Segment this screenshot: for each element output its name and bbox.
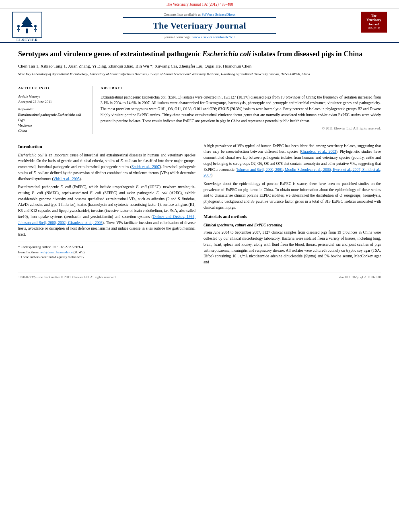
abstract-header: ABSTRACT <box>101 86 381 91</box>
email-label: E-mail address: <box>18 250 40 254</box>
authors: Chen Tan 1, Xibiao Tang 1, Xuan Zhang, Y… <box>18 63 381 70</box>
history-label: Article history: <box>18 94 87 99</box>
journal-title-area: Contents lists available at SciVerse Sci… <box>123 12 276 39</box>
copyright-line: © 2011 Elsevier Ltd. All rights reserved… <box>101 126 381 130</box>
keywords-label: Keywords: <box>18 107 87 111</box>
methods-para: From June 2004 to September 2007, 3127 c… <box>204 230 381 265</box>
history-value: Accepted 22 June 2011 <box>18 100 87 104</box>
sciverse-line: Contents lists available at SciVerse Sci… <box>123 12 276 16</box>
abstract-col: ABSTRACT Extraintestinal pathogenic Esch… <box>101 86 381 134</box>
intro-para1: Escherichia coli is an important cause o… <box>18 152 195 182</box>
journal-citation: The Veterinary Journal 192 (2012) 483–48… <box>0 0 399 8</box>
keyword-1: Extraintestinal pathogenic Escherichia c… <box>18 112 87 118</box>
email-person: (B. Wu). <box>74 250 85 254</box>
left-body-col: Introduction Escherichia coli is an impo… <box>18 143 195 268</box>
doi-info: doi:10.1016/j.tvjl.2011.06.038 <box>339 275 381 279</box>
svg-point-4 <box>17 25 20 27</box>
vet-journal-logo: The Veterinary Journal 192 (2012) <box>361 12 387 33</box>
intro-para2: Extraintestinal pathogenic E. coli (ExPE… <box>18 184 195 237</box>
footnote-corresponding: * Corresponding author. Tel.: +86 27 872… <box>18 244 195 250</box>
article-info-col: ARTICLE INFO Article history: Accepted 2… <box>18 86 93 134</box>
methods-title: Materials and methods <box>204 213 381 220</box>
author-list: Chen Tan 1, Xibiao Tang 1, Xuan Zhang, Y… <box>18 64 251 68</box>
bottom-bar: 1090-0233/$ - see front matter © 2011 El… <box>18 273 381 279</box>
homepage-link[interactable]: www.elsevier.com/locate/tvjl <box>192 35 234 39</box>
keyword-2: Pigs <box>18 117 87 123</box>
citation-text: The Veterinary Journal 192 (2012) 483–48… <box>166 2 233 6</box>
vj-logo-line2: Veterinary <box>364 18 384 22</box>
keyword-3: Virulence <box>18 123 87 129</box>
vj-logo-line3: Journal <box>364 23 384 27</box>
body-columns: Introduction Escherichia coli is an impo… <box>18 143 381 268</box>
vj-logo-line1: The <box>364 14 384 18</box>
homepage-line: journal homepage: www.elsevier.com/locat… <box>123 35 276 39</box>
article-title: Serotypes and virulence genes of extrain… <box>18 49 381 59</box>
keywords-values: Extraintestinal pathogenic Escherichia c… <box>18 112 87 134</box>
vet-journal-logo-area: The Veterinary Journal 192 (2012) <box>361 12 387 33</box>
journal-header: ELSEVIER Contents lists available at Sci… <box>0 8 399 43</box>
right-para2: Knowledge about the epidemiology of porc… <box>204 181 381 211</box>
clinical-subtitle: Clinical specimens, culture and ExPEC sc… <box>204 222 381 228</box>
page-container: The Veterinary Journal 192 (2012) 483–48… <box>0 0 399 532</box>
affiliation-text: State Key Laboratory of Agricultural Mic… <box>18 72 310 76</box>
abstract-text: Extraintestinal pathogenic Escherichia c… <box>101 94 381 124</box>
elsevier-text: ELSEVIER <box>12 38 42 42</box>
info-abstract-section: ARTICLE INFO Article history: Accepted 2… <box>18 86 381 134</box>
title-part1: Serotypes and virulence genes of extrain… <box>18 50 202 58</box>
svg-point-8 <box>34 25 37 27</box>
affiliation: State Key Laboratory of Agricultural Mic… <box>18 72 381 81</box>
sciverse-link[interactable]: SciVerse ScienceDirect <box>202 12 235 16</box>
main-content: Serotypes and virulence genes of extrain… <box>0 43 399 285</box>
homepage-prefix: journal homepage: <box>165 35 192 39</box>
issn-info: 1090-0233/$ - see front matter © 2011 El… <box>18 275 116 279</box>
svg-rect-1 <box>26 29 28 33</box>
article-info-header: ARTICLE INFO <box>18 86 87 91</box>
elsevier-logo-area: ELSEVIER <box>12 12 42 42</box>
title-part2: isolates from diseased pigs in China <box>251 50 363 58</box>
footnote-equal-contrib: 1 These authors contributed equally to t… <box>18 255 195 260</box>
right-para1: A high prevalence of VFs typical of huma… <box>204 143 381 179</box>
title-italic: Escherichia coli <box>202 50 251 58</box>
intro-title: Introduction <box>18 143 195 150</box>
email-link[interactable]: wub@mail.hzau.edu.cn <box>40 250 72 254</box>
elsevier-tree-icon <box>12 12 42 38</box>
keyword-4: China <box>18 128 87 134</box>
section-divider <box>18 139 381 139</box>
sciverse-prefix: Contents lists available at <box>164 12 202 16</box>
right-body-col: A high prevalence of VFs typical of huma… <box>204 143 381 268</box>
journal-main-title: The Veterinary Journal <box>123 21 276 31</box>
footnotes: * Corresponding author. Tel.: +86 27 872… <box>18 242 195 260</box>
footnote-email: E-mail address: wub@mail.hzau.edu.cn (B.… <box>18 250 195 255</box>
